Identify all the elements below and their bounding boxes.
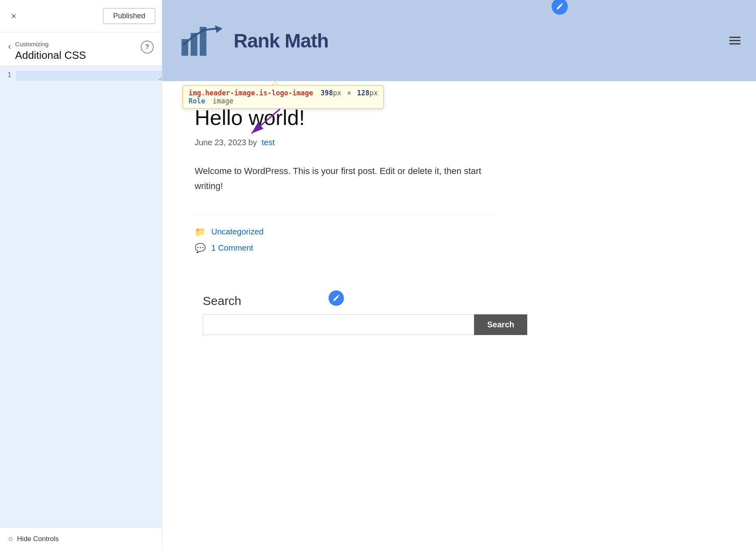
search-submit-button[interactable]: Search xyxy=(474,314,527,335)
site-header: Rank Math xyxy=(162,0,756,81)
preview-panel: Rank Math im xyxy=(162,0,756,550)
svg-line-5 xyxy=(251,109,280,133)
preview-site: Rank Math im xyxy=(162,0,756,550)
search-pencil-icon xyxy=(332,294,340,302)
logo-text: Rank Math xyxy=(234,30,329,52)
hamburger-line-2 xyxy=(729,40,741,41)
hamburger-menu[interactable] xyxy=(726,34,744,48)
category-link[interactable]: Uncategorized xyxy=(211,227,264,236)
circle-icon: ○ xyxy=(8,534,13,544)
css-textarea[interactable] xyxy=(16,71,162,81)
svg-marker-3 xyxy=(215,26,223,33)
close-button[interactable]: × xyxy=(6,9,21,24)
pencil-icon xyxy=(556,2,564,11)
section-title: Additional CSS xyxy=(15,49,137,62)
section-header: ‹ Customizing Additional CSS ? xyxy=(0,32,162,66)
customizing-label: Customizing xyxy=(15,41,137,47)
published-button[interactable]: Published xyxy=(103,8,155,24)
post-footer: 📁 Uncategorized 💬 1 Comment xyxy=(195,214,495,254)
search-widget: Search Search xyxy=(162,286,756,343)
hamburger-line-3 xyxy=(729,43,741,45)
css-editor: 1 xyxy=(0,66,162,527)
search-widget-title: Search xyxy=(203,294,748,308)
comment-icon: 💬 xyxy=(195,243,206,254)
post-body: Welcome to WordPress. This is your first… xyxy=(195,163,495,194)
tooltip-box: img.header-image.is-logo-image 398px × 1… xyxy=(183,85,384,109)
element-tooltip: img.header-image.is-logo-image 398px × 1… xyxy=(183,85,384,140)
comment-link[interactable]: 1 Comment xyxy=(211,243,253,253)
search-edit-button[interactable] xyxy=(329,290,344,306)
tooltip-width: 398px × 128px xyxy=(320,89,378,97)
logo-icon xyxy=(178,22,227,59)
hamburger-line-1 xyxy=(729,37,741,38)
search-input[interactable] xyxy=(203,314,474,335)
bottom-bar: ○ Hide Controls xyxy=(0,527,162,550)
line-number-1: 1 xyxy=(0,71,16,79)
comment-item: 💬 1 Comment xyxy=(195,243,495,254)
search-section: Search Search xyxy=(162,286,756,343)
tooltip-selector: img.header-image.is-logo-image xyxy=(189,89,313,97)
back-button[interactable]: ‹ xyxy=(8,41,11,52)
search-form: Search xyxy=(203,314,527,335)
folder-icon: 📁 xyxy=(195,227,206,237)
tooltip-arrow-svg xyxy=(247,107,296,140)
header-edit-button[interactable] xyxy=(552,0,568,15)
tooltip-role-line: Role image xyxy=(189,97,378,105)
category-item: 📁 Uncategorized xyxy=(195,227,495,237)
logo-area: Rank Math xyxy=(178,22,329,59)
hide-controls-label: Hide Controls xyxy=(17,535,59,543)
tooltip-selector-line: img.header-image.is-logo-image 398px × 1… xyxy=(189,89,378,97)
customizing-info: Customizing Additional CSS xyxy=(15,41,137,62)
help-button[interactable]: ? xyxy=(141,41,154,54)
line-1-row: 1 xyxy=(0,69,162,82)
top-bar: × Published xyxy=(0,0,162,32)
customizer-panel: × Published ‹ Customizing Additional CSS… xyxy=(0,0,162,550)
